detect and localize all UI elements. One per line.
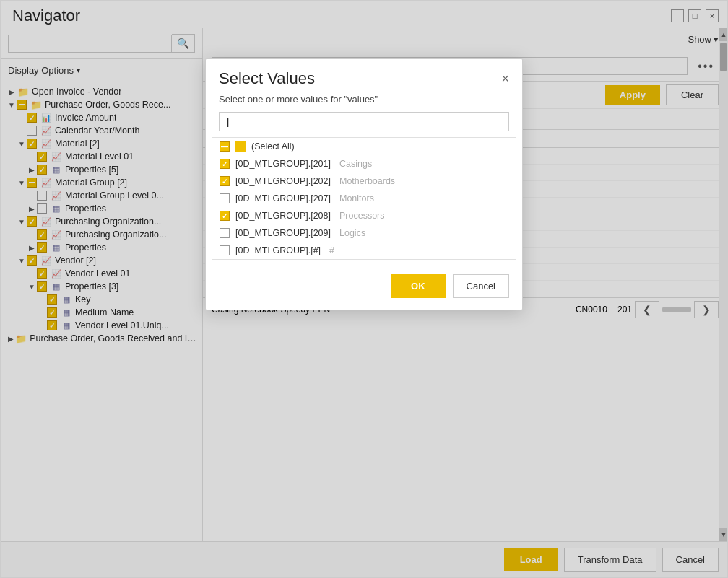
name-202: Motherboards bbox=[339, 176, 395, 186]
code-209: [0D_MTLGROUP].[209] bbox=[235, 228, 331, 238]
checkbox-208[interactable] bbox=[220, 211, 230, 221]
cancel-dialog-button[interactable]: Cancel bbox=[453, 274, 509, 298]
name-209: Logics bbox=[339, 228, 365, 238]
dialog-item-208[interactable]: [0D_MTLGROUP].[208] Processors bbox=[212, 207, 516, 224]
checkbox-202[interactable] bbox=[220, 176, 230, 186]
ok-button[interactable]: OK bbox=[391, 274, 446, 298]
code-201: [0D_MTLGROUP].[201] bbox=[235, 159, 331, 169]
code-hash: [0D_MTLGROUP].[#] bbox=[235, 245, 321, 255]
dialog-overlay: Select Values × Select one or more value… bbox=[1, 1, 727, 577]
name-hash: # bbox=[329, 245, 334, 255]
dialog-item-202[interactable]: [0D_MTLGROUP].[202] Motherboards bbox=[212, 172, 516, 190]
dialog-title: Select Values bbox=[219, 69, 315, 88]
main-window: Navigator — □ × 🔍 Display Options ▾ ▶ bbox=[0, 0, 728, 578]
dialog-footer: OK Cancel bbox=[206, 267, 522, 310]
dialog-item-201[interactable]: [0D_MTLGROUP].[201] Casings bbox=[212, 155, 516, 172]
name-207: Monitors bbox=[339, 193, 374, 203]
code-207: [0D_MTLGROUP].[207] bbox=[235, 193, 331, 203]
select-all-icon bbox=[235, 141, 246, 152]
dialog-search-input[interactable] bbox=[219, 112, 509, 131]
dialog-item-select-all[interactable]: (Select All) bbox=[212, 138, 516, 155]
checkbox-207[interactable] bbox=[220, 193, 230, 203]
dialog-item-hash[interactable]: [0D_MTLGROUP].[#] # bbox=[212, 242, 516, 259]
dialog-item-209[interactable]: [0D_MTLGROUP].[209] Logics bbox=[212, 224, 516, 242]
dialog-title-bar: Select Values × bbox=[206, 59, 522, 88]
name-208: Processors bbox=[339, 211, 385, 221]
checkbox-hash[interactable] bbox=[220, 245, 230, 255]
dialog-subtitle: Select one or more values for "values" bbox=[206, 88, 522, 112]
select-all-label: (Select All) bbox=[251, 141, 295, 152]
dialog-list: (Select All) [0D_MTLGROUP].[201] Casings… bbox=[212, 137, 516, 260]
dialog-item-207[interactable]: [0D_MTLGROUP].[207] Monitors bbox=[212, 190, 516, 207]
name-201: Casings bbox=[339, 159, 372, 169]
checkbox-201[interactable] bbox=[220, 159, 230, 169]
code-202: [0D_MTLGROUP].[202] bbox=[235, 176, 331, 186]
dialog-close-button[interactable]: × bbox=[501, 72, 509, 85]
checkbox-209[interactable] bbox=[220, 228, 230, 238]
code-208: [0D_MTLGROUP].[208] bbox=[235, 211, 331, 221]
checkbox-select-all[interactable] bbox=[220, 141, 230, 152]
select-values-dialog: Select Values × Select one or more value… bbox=[205, 58, 523, 310]
